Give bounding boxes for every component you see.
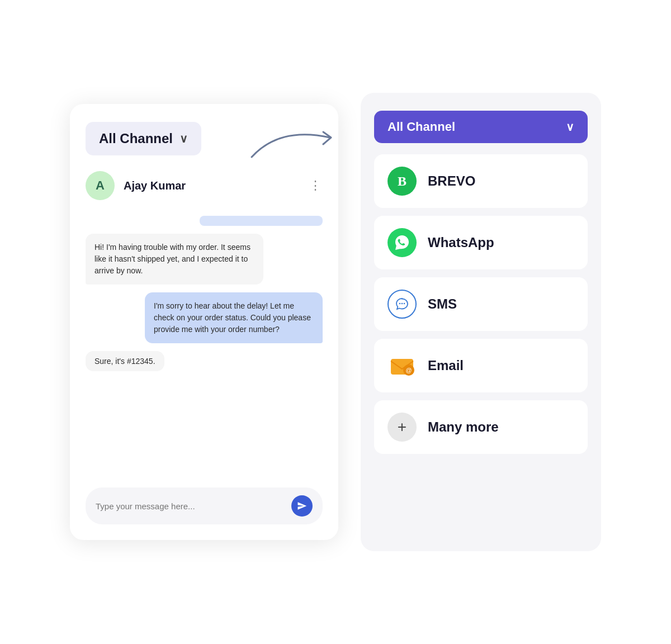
email-icon: @ <box>388 351 417 380</box>
message-received-2: Sure, it's #12345. <box>86 351 164 371</box>
chat-panel: All Channel ∨ A Ajay Kumar ⋮ Hi! I'm hav… <box>70 104 338 540</box>
channel-label-whatsapp: WhatsApp <box>428 235 494 250</box>
channel-label-more: Many more <box>428 419 499 435</box>
sms-icon <box>388 290 417 319</box>
avatar: A <box>86 171 115 200</box>
message-input-row <box>86 487 323 524</box>
chevron-down-icon-left: ∨ <box>179 132 188 145</box>
contact-row: A Ajay Kumar ⋮ <box>86 167 323 205</box>
channel-item-sms[interactable]: SMS <box>374 277 588 331</box>
channel-panel: All Channel ∨ B BREVO WhatsApp <box>361 93 601 551</box>
whatsapp-icon <box>388 228 417 257</box>
channel-label-sms: SMS <box>428 296 457 312</box>
messages-area: Hi! I'm having trouble with my order. It… <box>86 216 323 476</box>
svg-text:@: @ <box>405 367 412 373</box>
send-icon <box>297 501 307 511</box>
main-container: All Channel ∨ A Ajay Kumar ⋮ Hi! I'm hav… <box>28 93 643 551</box>
all-channel-dropdown-left[interactable]: All Channel ∨ <box>86 122 201 155</box>
more-options-icon[interactable]: ⋮ <box>309 178 323 193</box>
svg-point-1 <box>401 303 403 305</box>
send-button[interactable] <box>291 495 313 517</box>
all-channel-label-right: All Channel <box>388 120 455 134</box>
channel-item-brevo[interactable]: B BREVO <box>374 154 588 208</box>
channel-label-brevo: BREVO <box>428 173 475 189</box>
svg-point-0 <box>399 303 401 305</box>
arrow-icon <box>246 121 347 165</box>
message-received-1: Hi! I'm having trouble with my order. It… <box>86 234 263 285</box>
message-sent-1: I'm sorry to hear about the delay! Let m… <box>145 292 323 343</box>
channel-label-email: Email <box>428 358 464 373</box>
brevo-icon: B <box>388 167 417 196</box>
preview-bar <box>200 216 323 226</box>
all-channel-dropdown-right[interactable]: All Channel ∨ <box>374 111 588 143</box>
message-input[interactable] <box>96 501 286 511</box>
channel-item-email[interactable]: @ Email <box>374 339 588 392</box>
more-icon: + <box>388 413 417 442</box>
chevron-down-icon-right: ∨ <box>566 120 574 134</box>
channel-item-whatsapp[interactable]: WhatsApp <box>374 216 588 269</box>
all-channel-label-left: All Channel <box>99 131 173 146</box>
channel-item-more[interactable]: + Many more <box>374 400 588 454</box>
svg-point-2 <box>404 303 405 305</box>
contact-name: Ajay Kumar <box>124 179 300 192</box>
